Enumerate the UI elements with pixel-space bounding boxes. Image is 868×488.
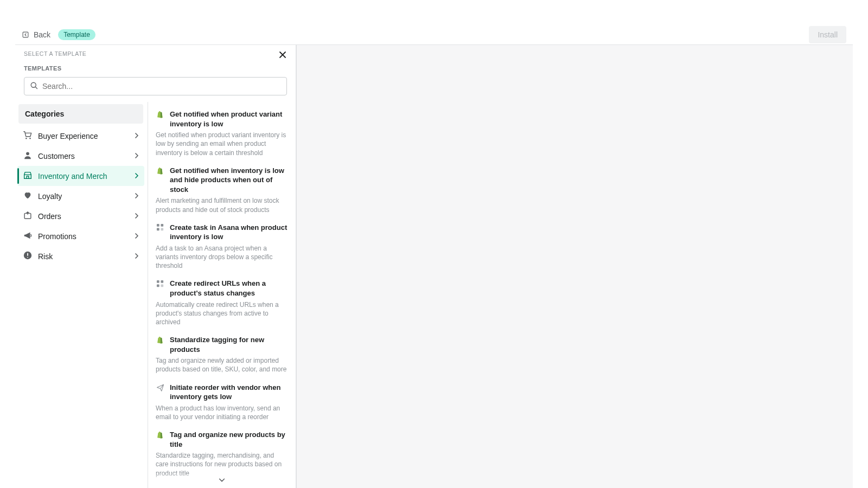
svg-rect-8 xyxy=(27,253,28,256)
svg-point-1 xyxy=(31,82,36,87)
sidebar-item-risk[interactable]: Risk xyxy=(17,246,144,266)
search-input[interactable] xyxy=(42,82,281,91)
sidebar-item-orders[interactable]: Orders xyxy=(17,206,144,226)
template-item[interactable]: Get notified when inventory is low and h… xyxy=(154,163,290,220)
search-icon xyxy=(30,81,38,91)
template-description: When a product has low inventory, send a… xyxy=(156,404,288,421)
chevron-right-icon xyxy=(133,152,140,160)
install-button[interactable]: Install xyxy=(809,26,846,43)
sidebar-item-label: Orders xyxy=(38,212,139,221)
template-description: Add a task to an Asana project when a va… xyxy=(156,244,288,271)
template-description: Tag and organize newly added or imported… xyxy=(156,356,288,374)
categories-column: Categories Buyer ExperienceCustomersInve… xyxy=(15,102,148,488)
asana-grid-icon xyxy=(156,279,164,288)
sidebar-item-promotions[interactable]: Promotions xyxy=(17,226,144,246)
search-box[interactable] xyxy=(24,77,287,95)
panel-body: Categories Buyer ExperienceCustomersInve… xyxy=(15,102,296,488)
cart-icon xyxy=(23,130,33,142)
main: SELECT A TEMPLATE TEMPLATES xyxy=(15,45,853,488)
svg-rect-11 xyxy=(161,224,163,227)
templates-column: Get notified when product variant invent… xyxy=(148,102,296,488)
template-description: Automatically create redirect URLs when … xyxy=(156,300,288,327)
user-icon xyxy=(23,150,33,162)
template-title: Standardize tagging for new products xyxy=(170,335,288,354)
svg-point-4 xyxy=(29,138,31,139)
chevron-right-icon xyxy=(133,192,140,201)
sidebar-item-label: Customers xyxy=(38,152,139,160)
svg-point-3 xyxy=(25,138,27,139)
search-wrap xyxy=(15,77,296,102)
template-item[interactable]: Tag and organize new products by titleSt… xyxy=(154,427,290,483)
heart-icon xyxy=(23,190,33,202)
template-item[interactable]: Get notified when product variant invent… xyxy=(154,106,290,163)
chevron-right-icon xyxy=(133,232,140,241)
shopify-icon xyxy=(156,336,164,344)
categories-list: Buyer ExperienceCustomersInventory and M… xyxy=(17,126,144,266)
shopify-icon xyxy=(156,110,164,119)
svg-rect-13 xyxy=(161,228,163,231)
panel-header: SELECT A TEMPLATE xyxy=(15,45,296,61)
asana-grid-icon xyxy=(156,223,164,232)
back-icon xyxy=(22,31,29,38)
template-title: Initiate reorder with vendor when invent… xyxy=(170,383,288,402)
template-description: Standardize tagging, merchandising, and … xyxy=(156,451,288,478)
breadcrumb: SELECT A TEMPLATE xyxy=(24,50,86,57)
template-description: Get notified when product variant invent… xyxy=(156,131,288,157)
sidebar-item-label: Risk xyxy=(38,252,139,261)
sidebar-item-customers[interactable]: Customers xyxy=(17,146,144,166)
workflow-canvas[interactable] xyxy=(296,45,853,488)
sidebar-item-loyalty[interactable]: Loyalty xyxy=(17,186,144,206)
template-item[interactable]: Standardize tagging for new productsTag … xyxy=(154,332,290,379)
sidebar-item-label: Buyer Experience xyxy=(38,132,139,140)
shopify-icon xyxy=(156,166,164,175)
chevron-right-icon xyxy=(133,212,140,221)
svg-rect-17 xyxy=(161,284,163,287)
sidebar-item-buyer-experience[interactable]: Buyer Experience xyxy=(17,126,144,146)
shopify-icon xyxy=(156,431,164,439)
template-description: Alert marketing and fulfillment on low s… xyxy=(156,196,288,214)
sidebar-item-label: Promotions xyxy=(38,232,139,241)
back-button[interactable]: Back xyxy=(22,30,50,39)
box-icon xyxy=(23,210,33,222)
close-button[interactable] xyxy=(278,50,287,61)
svg-rect-9 xyxy=(27,257,28,258)
template-panel: SELECT A TEMPLATE TEMPLATES xyxy=(15,45,296,488)
top-bar: Back Template Install xyxy=(15,25,853,45)
svg-rect-10 xyxy=(156,224,159,227)
close-icon xyxy=(278,52,287,61)
template-title: Get notified when inventory is low and h… xyxy=(170,166,288,195)
plane-icon xyxy=(156,383,164,392)
sidebar-item-inventory-and-merch[interactable]: Inventory and Merch xyxy=(17,166,144,186)
megaphone-icon xyxy=(23,230,33,242)
template-item[interactable]: Create task in Asana when product invent… xyxy=(154,220,290,276)
sidebar-item-label: Inventory and Merch xyxy=(38,172,139,181)
chevron-right-icon xyxy=(133,252,140,261)
store-icon xyxy=(23,170,33,182)
svg-rect-0 xyxy=(23,32,28,37)
back-label: Back xyxy=(34,30,50,39)
template-title: Get notified when product variant invent… xyxy=(170,110,288,129)
alert-icon xyxy=(23,251,33,262)
svg-rect-15 xyxy=(161,280,163,283)
templates-list[interactable]: Get notified when product variant invent… xyxy=(148,102,296,488)
categories-header: Categories xyxy=(18,104,143,124)
chevron-right-icon xyxy=(133,132,140,140)
svg-line-2 xyxy=(36,87,37,89)
svg-rect-14 xyxy=(156,280,159,283)
sidebar-item-label: Loyalty xyxy=(38,192,139,201)
svg-point-5 xyxy=(26,152,29,156)
svg-rect-12 xyxy=(156,228,159,231)
template-item[interactable]: Tag and organize new products by colorAd… xyxy=(154,483,290,488)
template-title: Create task in Asana when product invent… xyxy=(170,223,288,242)
template-title: Create redirect URLs when a product's st… xyxy=(170,279,288,298)
template-item[interactable]: Initiate reorder with vendor when invent… xyxy=(154,380,290,427)
template-chip: Template xyxy=(58,29,95,40)
panel-title: TEMPLATES xyxy=(15,61,296,77)
top-bar-left: Back Template xyxy=(22,29,95,40)
svg-rect-16 xyxy=(156,284,159,287)
template-title: Tag and organize new products by title xyxy=(170,430,288,449)
template-item[interactable]: Create redirect URLs when a product's st… xyxy=(154,275,290,332)
chevron-right-icon xyxy=(133,172,140,181)
